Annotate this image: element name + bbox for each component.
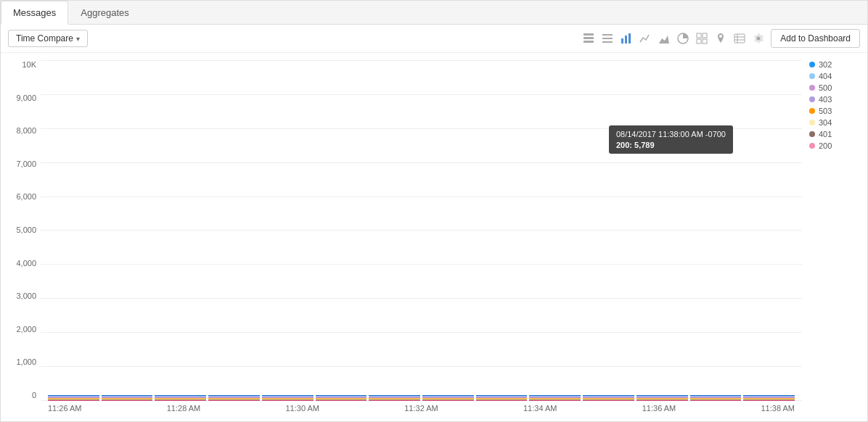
bar-stack[interactable] xyxy=(476,395,528,401)
svg-rect-13 xyxy=(697,39,701,44)
bar-group[interactable] xyxy=(476,395,528,401)
line-chart-icon[interactable] xyxy=(639,32,652,45)
y-label-4000: 4,000 xyxy=(16,259,36,268)
svg-point-15 xyxy=(719,35,722,38)
bar-stack[interactable] xyxy=(369,395,420,401)
bar-stack[interactable] xyxy=(422,395,474,401)
bar-stack[interactable] xyxy=(48,395,99,401)
y-label-3000: 3,000 xyxy=(16,291,36,300)
legend-label-302: 302 xyxy=(819,60,832,69)
svg-rect-11 xyxy=(697,33,701,38)
bar-stack[interactable] xyxy=(316,395,367,401)
svg-rect-1 xyxy=(584,37,594,39)
x-axis: 11:26 AM11:28 AM11:30 AM11:32 AM11:34 AM… xyxy=(41,401,802,421)
y-label-0: 0 xyxy=(32,391,36,400)
legend-item-503: 503 xyxy=(809,107,860,115)
y-label-1000: 1,000 xyxy=(16,357,36,366)
bar-group[interactable] xyxy=(369,395,420,401)
bar-chart-icon[interactable] xyxy=(620,32,633,45)
legend-label-403: 403 xyxy=(819,95,832,104)
map-pin-icon[interactable] xyxy=(714,32,727,45)
bar-stack[interactable] xyxy=(743,395,795,401)
bar-group[interactable] xyxy=(48,395,99,401)
bar-segment-200 xyxy=(583,400,634,401)
y-label-2000: 2,000 xyxy=(16,325,36,334)
y-label-10k: 10K xyxy=(22,60,36,69)
bar-stack[interactable] xyxy=(208,395,260,401)
bar-stack[interactable] xyxy=(102,395,153,401)
bars-container xyxy=(41,60,802,401)
x-label: 11:36 AM xyxy=(642,404,676,413)
svg-marker-9 xyxy=(659,36,669,44)
x-label: 11:30 AM xyxy=(286,404,319,413)
data-table-icon[interactable] xyxy=(733,32,746,45)
chart-area: 10K 9,000 8,000 7,000 6,000 5,000 4,000 … xyxy=(1,53,867,421)
bar-group[interactable] xyxy=(529,395,581,401)
bar-group[interactable] xyxy=(636,395,688,401)
chevron-down-icon: ▾ xyxy=(76,35,80,43)
bar-group[interactable] xyxy=(743,395,795,401)
pie-chart-icon[interactable] xyxy=(676,32,689,45)
bar-group[interactable] xyxy=(208,395,260,401)
y-label-9000: 9,000 xyxy=(16,94,36,102)
time-compare-button[interactable]: Time Compare ▾ xyxy=(8,30,88,47)
chart-body: 08/14/2017 11:38:00 AM -0700200: 5,789 1… xyxy=(41,60,802,421)
settings-icon[interactable] xyxy=(752,32,765,45)
legend-item-404: 404 xyxy=(809,72,860,80)
svg-rect-6 xyxy=(621,38,623,44)
grid-icon[interactable] xyxy=(695,32,708,45)
bar-group[interactable] xyxy=(583,395,634,401)
legend-dot-200 xyxy=(809,143,815,149)
legend-label-503: 503 xyxy=(819,107,832,115)
bar-group[interactable] xyxy=(155,395,206,401)
bar-group[interactable] xyxy=(316,395,367,401)
area-chart-icon[interactable] xyxy=(658,32,671,45)
bar-stack[interactable] xyxy=(155,395,206,401)
bar-group[interactable] xyxy=(102,395,153,401)
bar-segment-200 xyxy=(476,400,528,401)
x-label: 11:32 AM xyxy=(404,404,438,413)
svg-rect-16 xyxy=(734,34,745,43)
bar-segment-200 xyxy=(422,400,474,401)
svg-rect-7 xyxy=(625,36,627,44)
add-to-dashboard-button[interactable]: Add to Dashboard xyxy=(771,29,860,48)
legend-label-404: 404 xyxy=(819,72,832,80)
legend-dot-500 xyxy=(809,85,815,91)
bar-group[interactable] xyxy=(262,395,314,401)
svg-rect-0 xyxy=(584,33,594,36)
bar-stack[interactable] xyxy=(262,395,314,401)
legend-dot-304 xyxy=(809,120,815,125)
bar-stack[interactable] xyxy=(529,395,581,401)
y-label-7000: 7,000 xyxy=(16,160,36,168)
bar-stack[interactable] xyxy=(636,395,688,401)
bar-segment-200 xyxy=(102,400,153,401)
legend-item-500: 500 xyxy=(809,83,860,92)
toolbar: Time Compare ▾ xyxy=(1,25,867,53)
legend-label-401: 401 xyxy=(819,130,832,138)
legend-item-401: 401 xyxy=(809,130,860,138)
x-label: 11:26 AM xyxy=(48,404,81,413)
x-label: 11:34 AM xyxy=(523,404,557,413)
tab-messages[interactable]: Messages xyxy=(1,1,68,25)
bar-segment-200 xyxy=(369,400,420,401)
bar-stack[interactable] xyxy=(583,395,634,401)
list-icon[interactable] xyxy=(601,32,614,45)
x-label: 11:28 AM xyxy=(167,404,200,413)
legend-item-304: 304 xyxy=(809,118,860,127)
legend-dot-404 xyxy=(809,73,815,79)
legend-dot-403 xyxy=(809,96,815,102)
bar-group[interactable] xyxy=(690,395,742,401)
bar-group[interactable] xyxy=(422,395,474,401)
table-icon[interactable] xyxy=(582,32,595,45)
legend-dot-302 xyxy=(809,62,815,67)
bar-stack[interactable] xyxy=(690,395,742,401)
svg-rect-12 xyxy=(703,33,707,38)
bar-segment-200 xyxy=(743,400,795,401)
tab-aggregates[interactable]: Aggregates xyxy=(68,1,142,25)
legend: 302404500403503304401200 xyxy=(802,60,860,421)
tab-bar: Messages Aggregates xyxy=(1,1,867,25)
bar-segment-200 xyxy=(636,400,688,401)
legend-item-200: 200 xyxy=(809,141,860,150)
legend-label-304: 304 xyxy=(819,118,832,127)
y-label-6000: 6,000 xyxy=(16,192,36,201)
